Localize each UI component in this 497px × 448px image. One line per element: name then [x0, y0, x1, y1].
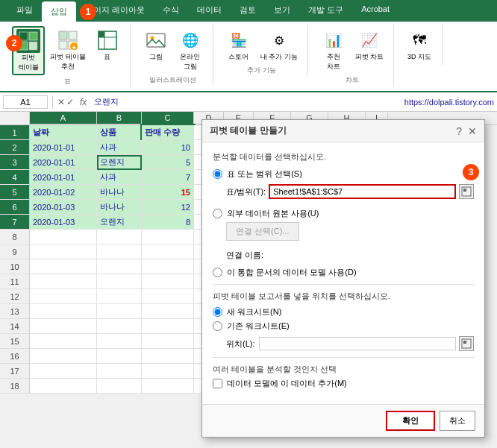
row-num-2[interactable]: 2: [0, 140, 29, 155]
row-num-6[interactable]: 6: [0, 200, 29, 215]
row-num-16[interactable]: 16: [0, 349, 29, 364]
addins-btn-group: 🏪 스토어 ⚙ 내 추가 기능: [222, 26, 301, 64]
cell-b2[interactable]: 사과: [97, 140, 142, 155]
checkbox-section-title: 여러 테이블을 분석할 것인지 선택: [213, 364, 474, 375]
cell-a2[interactable]: 2020-01-01: [30, 140, 97, 155]
tab-file[interactable]: 파일: [7, 0, 42, 22]
row-num-15[interactable]: 15: [0, 334, 29, 349]
svg-rect-19: [463, 341, 466, 344]
col-header-c[interactable]: C: [142, 112, 194, 124]
radio-new-sheet-input[interactable]: [213, 307, 222, 317]
add-to-data-model-checkbox[interactable]: [213, 379, 222, 388]
tab-data[interactable]: 데이터: [188, 0, 231, 22]
cell-c4[interactable]: 7: [142, 170, 194, 185]
cell-c5[interactable]: 15: [142, 185, 194, 200]
cell-c6[interactable]: 12: [142, 200, 194, 215]
my-addins-label: 내 추가 기능: [260, 52, 298, 62]
radio-table-range: 표 또는 범위 선택(S): [213, 168, 474, 180]
online-picture-icon: 🌐: [178, 28, 202, 52]
radio-data-model-input[interactable]: [213, 268, 222, 277]
dialog-close-icon[interactable]: ✕: [468, 125, 477, 137]
radio-existing-sheet-input[interactable]: [213, 321, 222, 331]
cell-b5[interactable]: 바나나: [97, 185, 142, 200]
recommended-pivot-label: 피벗 테이블 추천: [50, 52, 86, 72]
ribbon-tabs: 파일 삽입 페이지 레이아웃 수식 데이터 검토 보기 개발 도구 Acroba…: [0, 0, 497, 22]
location-row: 위치(L):: [226, 336, 474, 351]
row-num-4[interactable]: 4: [0, 170, 29, 185]
col-header-b[interactable]: B: [97, 112, 142, 124]
row-num-5[interactable]: 5: [0, 185, 29, 200]
store-label: 스토어: [228, 52, 248, 62]
cell-a6[interactable]: 2020-01-03: [30, 200, 97, 215]
cell-reference[interactable]: [3, 95, 48, 109]
row-num-1[interactable]: 1: [0, 125, 29, 140]
cell-a4[interactable]: 2020-01-01: [30, 170, 97, 185]
cell-b1[interactable]: 상품: [97, 125, 142, 140]
row-num-17[interactable]: 17: [0, 364, 29, 379]
cell-b4[interactable]: 사과: [97, 170, 142, 185]
range-select-button[interactable]: [459, 184, 474, 199]
cell-c2[interactable]: 10: [142, 140, 194, 155]
radio-data-model: 이 통합 문서의 데이터 모델 사용(D): [213, 267, 474, 278]
row-num-3[interactable]: 3: [0, 155, 29, 170]
group-table: 피벗 테이블 ★ 피벗 테이블 추천: [6, 25, 131, 88]
cell-b7[interactable]: 오렌지: [97, 215, 142, 230]
row-num-11[interactable]: 11: [0, 274, 29, 289]
svg-rect-17: [463, 189, 466, 192]
online-picture-button[interactable]: 🌐 온라인 그림: [174, 26, 207, 74]
row-num-9[interactable]: 9: [0, 244, 29, 259]
store-button[interactable]: 🏪 스토어: [222, 26, 255, 64]
add-to-data-model-label: 데이터 모델에 이 데이터 추가(M): [227, 378, 347, 389]
table-button[interactable]: 표: [91, 26, 124, 75]
tab-formula[interactable]: 수식: [154, 0, 188, 22]
cell-c7[interactable]: 8: [142, 215, 194, 230]
row-num-18[interactable]: 18: [0, 379, 29, 394]
cell-a5[interactable]: 2020-01-02: [30, 185, 97, 200]
picture-icon: [144, 28, 168, 52]
cell-a3[interactable]: 2020-01-01: [30, 155, 97, 170]
badge-1: 1: [80, 4, 96, 20]
row-num-14[interactable]: 14: [0, 319, 29, 334]
location-select-button[interactable]: [459, 336, 474, 351]
cell-a8[interactable]: [30, 230, 97, 244]
my-addins-button[interactable]: ⚙ 내 추가 기능: [257, 26, 301, 64]
tab-view[interactable]: 보기: [265, 0, 299, 22]
cell-b6[interactable]: 바나나: [97, 200, 142, 215]
ribbon-content: 피벗 테이블 ★ 피벗 테이블 추천: [0, 22, 497, 92]
pivot-chart-button[interactable]: 📈 피벗 차트: [351, 26, 388, 74]
cell-c3[interactable]: 5: [142, 155, 194, 170]
picture-button[interactable]: 그림: [140, 26, 172, 74]
connect-select-button[interactable]: 연결 선택(C)...: [226, 222, 299, 241]
3d-map-label: 3D 지도: [407, 52, 431, 62]
row-num-13[interactable]: 13: [0, 304, 29, 319]
row-num-8[interactable]: 8: [0, 230, 29, 244]
row-num-10[interactable]: 10: [0, 259, 29, 274]
3d-map-button[interactable]: 🗺 3D 지도: [403, 26, 436, 64]
cell-a7[interactable]: 2020-01-03: [30, 215, 97, 230]
row-header-spacer: [0, 112, 30, 124]
recommended-pivot-button[interactable]: ★ 피벗 테이블 추천: [46, 26, 90, 75]
row-num-12[interactable]: 12: [0, 289, 29, 304]
radio-external-input[interactable]: [213, 209, 222, 218]
formula-input[interactable]: [93, 96, 395, 108]
group-3d: 🗺 3D 지도: [397, 25, 443, 66]
tab-acrobat[interactable]: Acrobat: [352, 0, 398, 22]
cell-c1[interactable]: 판매 수량: [142, 125, 194, 140]
3d-map-icon: 🗺: [407, 28, 431, 52]
cell-b3[interactable]: 오렌지: [97, 155, 142, 170]
col-header-a[interactable]: A: [30, 112, 97, 124]
row-num-7[interactable]: 7: [0, 215, 29, 230]
svg-rect-4: [59, 31, 67, 40]
radio-table-range-input[interactable]: [213, 169, 222, 179]
confirm-formula-icon[interactable]: ✓: [66, 97, 74, 107]
cell-a1[interactable]: 날짜: [30, 125, 97, 140]
tab-insert[interactable]: 삽입: [42, 1, 76, 22]
range-input[interactable]: [269, 184, 456, 199]
dialog-help-icon[interactable]: ?: [456, 125, 462, 137]
tab-developer[interactable]: 개발 도구: [299, 0, 352, 22]
tab-review[interactable]: 검토: [231, 0, 265, 22]
connection-name-label: 연결 이름:: [226, 250, 474, 261]
recommended-chart-button[interactable]: 📊 추천 차트: [317, 26, 350, 74]
location-input[interactable]: [259, 337, 456, 350]
cancel-formula-icon[interactable]: ✕: [57, 97, 65, 107]
